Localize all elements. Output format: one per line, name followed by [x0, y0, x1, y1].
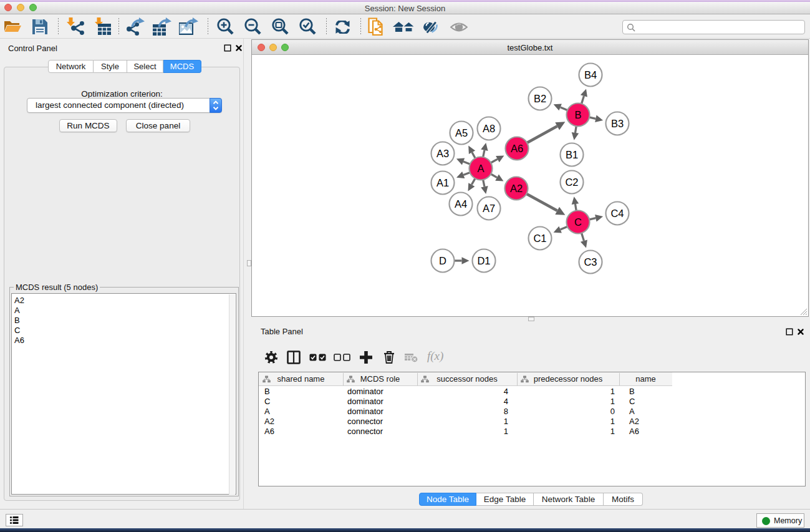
svg-text:C1: C1	[533, 233, 546, 244]
svg-text:C4: C4	[610, 208, 624, 219]
svg-text:C2: C2	[565, 177, 578, 188]
svg-text:A1: A1	[436, 177, 449, 188]
svg-text:B: B	[574, 109, 581, 120]
svg-text:A7: A7	[483, 203, 495, 214]
svg-text:D1: D1	[477, 255, 490, 266]
svg-text:A8: A8	[483, 123, 495, 134]
svg-text:C3: C3	[584, 256, 597, 268]
svg-text:A6: A6	[511, 143, 523, 154]
svg-text:A4: A4	[455, 198, 467, 210]
svg-text:B3: B3	[611, 118, 624, 129]
svg-text:A2: A2	[510, 183, 523, 194]
svg-text:C: C	[574, 216, 582, 228]
svg-text:D: D	[439, 255, 446, 266]
svg-text:A: A	[477, 163, 484, 174]
svg-text:B1: B1	[566, 149, 578, 160]
svg-text:A3: A3	[436, 148, 449, 159]
svg-text:B4: B4	[584, 69, 597, 80]
svg-text:B2: B2	[534, 93, 546, 104]
svg-text:A5: A5	[455, 127, 468, 138]
